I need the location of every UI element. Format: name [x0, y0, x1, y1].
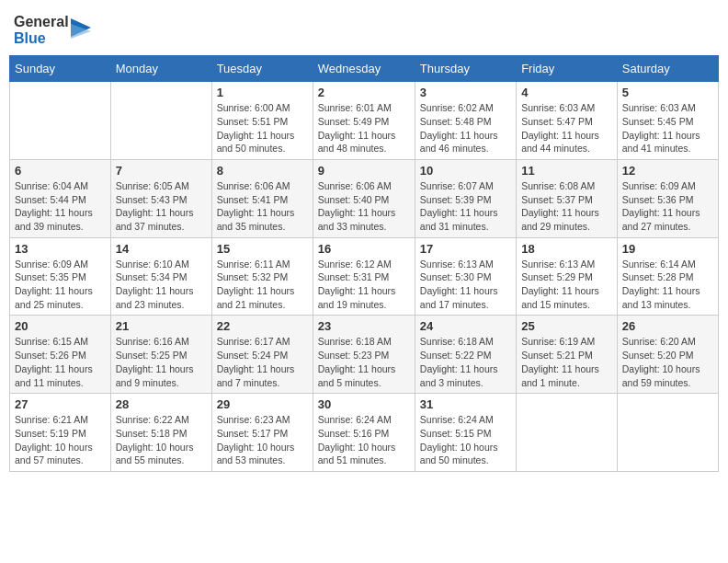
- day-number: 31: [420, 397, 511, 411]
- calendar-cell: 25Sunrise: 6:19 AMSunset: 5:21 PMDayligh…: [517, 316, 618, 394]
- calendar-cell: 27Sunrise: 6:21 AMSunset: 5:19 PMDayligh…: [10, 394, 111, 472]
- calendar-cell: 14Sunrise: 6:10 AMSunset: 5:34 PMDayligh…: [110, 237, 211, 316]
- day-info: Sunrise: 6:13 AMSunset: 5:30 PMDaylight:…: [420, 258, 511, 312]
- calendar-cell: [10, 82, 111, 160]
- calendar-table: SundayMondayTuesdayWednesdayThursdayFrid…: [9, 55, 719, 472]
- calendar-cell: 23Sunrise: 6:18 AMSunset: 5:23 PMDayligh…: [313, 316, 415, 394]
- calendar-day-header: Monday: [110, 56, 211, 82]
- day-number: 21: [116, 319, 207, 333]
- calendar-cell: 31Sunrise: 6:24 AMSunset: 5:15 PMDayligh…: [415, 394, 516, 472]
- day-info: Sunrise: 6:10 AMSunset: 5:34 PMDaylight:…: [116, 258, 207, 312]
- day-number: 24: [420, 319, 511, 333]
- day-info: Sunrise: 6:18 AMSunset: 5:23 PMDaylight:…: [318, 335, 410, 389]
- calendar-week-row: 20Sunrise: 6:15 AMSunset: 5:26 PMDayligh…: [10, 316, 719, 394]
- day-number: 25: [521, 319, 612, 333]
- day-number: 19: [622, 242, 713, 256]
- calendar-header-row: SundayMondayTuesdayWednesdayThursdayFrid…: [10, 56, 719, 82]
- day-number: 22: [217, 319, 308, 333]
- day-info: Sunrise: 6:03 AMSunset: 5:47 PMDaylight:…: [521, 101, 612, 155]
- calendar-week-row: 13Sunrise: 6:09 AMSunset: 5:35 PMDayligh…: [10, 237, 719, 316]
- calendar-cell: 3Sunrise: 6:02 AMSunset: 5:48 PMDaylight…: [415, 82, 516, 160]
- day-info: Sunrise: 6:09 AMSunset: 5:35 PMDaylight:…: [15, 258, 106, 312]
- calendar-cell: 10Sunrise: 6:07 AMSunset: 5:39 PMDayligh…: [415, 159, 516, 237]
- day-number: 18: [521, 242, 612, 256]
- day-number: 6: [15, 164, 106, 178]
- day-number: 27: [15, 397, 106, 411]
- day-info: Sunrise: 6:12 AMSunset: 5:31 PMDaylight:…: [318, 258, 410, 312]
- day-number: 13: [15, 242, 106, 256]
- calendar-day-header: Sunday: [10, 56, 111, 82]
- day-info: Sunrise: 6:05 AMSunset: 5:43 PMDaylight:…: [116, 179, 207, 234]
- day-info: Sunrise: 6:23 AMSunset: 5:17 PMDaylight:…: [217, 413, 308, 467]
- logo-triangle-icon: [71, 17, 91, 44]
- day-number: 9: [318, 164, 410, 178]
- calendar-cell: 16Sunrise: 6:12 AMSunset: 5:31 PMDayligh…: [313, 237, 415, 316]
- day-info: Sunrise: 6:03 AMSunset: 5:45 PMDaylight:…: [622, 101, 713, 155]
- calendar-cell: 2Sunrise: 6:01 AMSunset: 5:49 PMDaylight…: [313, 82, 415, 160]
- day-number: 1: [217, 86, 308, 99]
- day-number: 14: [116, 242, 207, 256]
- day-info: Sunrise: 6:21 AMSunset: 5:19 PMDaylight:…: [15, 413, 106, 467]
- calendar-cell: 15Sunrise: 6:11 AMSunset: 5:32 PMDayligh…: [211, 237, 313, 316]
- day-number: 20: [15, 319, 106, 333]
- day-info: Sunrise: 6:15 AMSunset: 5:26 PMDaylight:…: [15, 335, 106, 389]
- day-number: 11: [521, 164, 612, 178]
- day-number: 3: [420, 86, 511, 99]
- day-number: 26: [622, 319, 713, 333]
- calendar-cell: 26Sunrise: 6:20 AMSunset: 5:20 PMDayligh…: [617, 316, 718, 394]
- day-info: Sunrise: 6:24 AMSunset: 5:15 PMDaylight:…: [420, 413, 511, 467]
- day-info: Sunrise: 6:00 AMSunset: 5:51 PMDaylight:…: [217, 101, 308, 155]
- calendar-week-row: 6Sunrise: 6:04 AMSunset: 5:44 PMDaylight…: [10, 159, 719, 237]
- calendar-cell: 20Sunrise: 6:15 AMSunset: 5:26 PMDayligh…: [10, 316, 111, 394]
- day-number: 23: [318, 319, 410, 333]
- calendar-cell: 28Sunrise: 6:22 AMSunset: 5:18 PMDayligh…: [110, 394, 211, 472]
- calendar-week-row: 27Sunrise: 6:21 AMSunset: 5:19 PMDayligh…: [10, 394, 719, 472]
- day-number: 28: [116, 397, 207, 411]
- day-info: Sunrise: 6:06 AMSunset: 5:41 PMDaylight:…: [217, 179, 308, 234]
- calendar-day-header: Tuesday: [211, 56, 313, 82]
- calendar-cell: 22Sunrise: 6:17 AMSunset: 5:24 PMDayligh…: [211, 316, 313, 394]
- calendar-cell: [617, 394, 718, 472]
- calendar-cell: 12Sunrise: 6:09 AMSunset: 5:36 PMDayligh…: [617, 159, 718, 237]
- day-number: 30: [318, 397, 410, 411]
- calendar-cell: 21Sunrise: 6:16 AMSunset: 5:25 PMDayligh…: [110, 316, 211, 394]
- calendar-cell: 19Sunrise: 6:14 AMSunset: 5:28 PMDayligh…: [617, 237, 718, 316]
- day-info: Sunrise: 6:22 AMSunset: 5:18 PMDaylight:…: [116, 413, 207, 467]
- day-info: Sunrise: 6:08 AMSunset: 5:37 PMDaylight:…: [521, 179, 612, 234]
- day-number: 15: [217, 242, 308, 256]
- calendar-cell: [517, 394, 618, 472]
- day-info: Sunrise: 6:13 AMSunset: 5:29 PMDaylight:…: [521, 258, 612, 312]
- day-info: Sunrise: 6:20 AMSunset: 5:20 PMDaylight:…: [622, 335, 713, 389]
- day-number: 7: [116, 164, 207, 178]
- day-info: Sunrise: 6:17 AMSunset: 5:24 PMDaylight:…: [217, 335, 308, 389]
- day-info: Sunrise: 6:09 AMSunset: 5:36 PMDaylight:…: [622, 179, 713, 234]
- page-header: General Blue: [9, 9, 719, 46]
- day-info: Sunrise: 6:16 AMSunset: 5:25 PMDaylight:…: [116, 335, 207, 389]
- calendar-day-header: Friday: [517, 56, 618, 82]
- day-info: Sunrise: 6:01 AMSunset: 5:49 PMDaylight:…: [318, 101, 410, 155]
- calendar-cell: 18Sunrise: 6:13 AMSunset: 5:29 PMDayligh…: [517, 237, 618, 316]
- calendar-cell: 17Sunrise: 6:13 AMSunset: 5:30 PMDayligh…: [415, 237, 516, 316]
- day-info: Sunrise: 6:04 AMSunset: 5:44 PMDaylight:…: [15, 179, 106, 234]
- calendar-cell: 11Sunrise: 6:08 AMSunset: 5:37 PMDayligh…: [517, 159, 618, 237]
- calendar-day-header: Saturday: [617, 56, 718, 82]
- logo-blue-text: Blue: [14, 30, 69, 47]
- day-info: Sunrise: 6:24 AMSunset: 5:16 PMDaylight:…: [318, 413, 410, 467]
- calendar-cell: 5Sunrise: 6:03 AMSunset: 5:45 PMDaylight…: [617, 82, 718, 160]
- day-info: Sunrise: 6:11 AMSunset: 5:32 PMDaylight:…: [217, 258, 308, 312]
- day-info: Sunrise: 6:06 AMSunset: 5:40 PMDaylight:…: [318, 179, 410, 234]
- calendar-cell: 4Sunrise: 6:03 AMSunset: 5:47 PMDaylight…: [517, 82, 618, 160]
- calendar-cell: [110, 82, 211, 160]
- calendar-cell: 6Sunrise: 6:04 AMSunset: 5:44 PMDaylight…: [10, 159, 111, 237]
- day-info: Sunrise: 6:02 AMSunset: 5:48 PMDaylight:…: [420, 101, 511, 155]
- calendar-day-header: Wednesday: [313, 56, 415, 82]
- calendar-cell: 30Sunrise: 6:24 AMSunset: 5:16 PMDayligh…: [313, 394, 415, 472]
- day-number: 5: [622, 86, 713, 99]
- logo-general-text: General: [14, 14, 69, 30]
- calendar-cell: 8Sunrise: 6:06 AMSunset: 5:41 PMDaylight…: [211, 159, 313, 237]
- calendar-cell: 9Sunrise: 6:06 AMSunset: 5:40 PMDaylight…: [313, 159, 415, 237]
- calendar-cell: 7Sunrise: 6:05 AMSunset: 5:43 PMDaylight…: [110, 159, 211, 237]
- day-number: 2: [318, 86, 410, 99]
- day-info: Sunrise: 6:19 AMSunset: 5:21 PMDaylight:…: [521, 335, 612, 389]
- calendar-cell: 24Sunrise: 6:18 AMSunset: 5:22 PMDayligh…: [415, 316, 516, 394]
